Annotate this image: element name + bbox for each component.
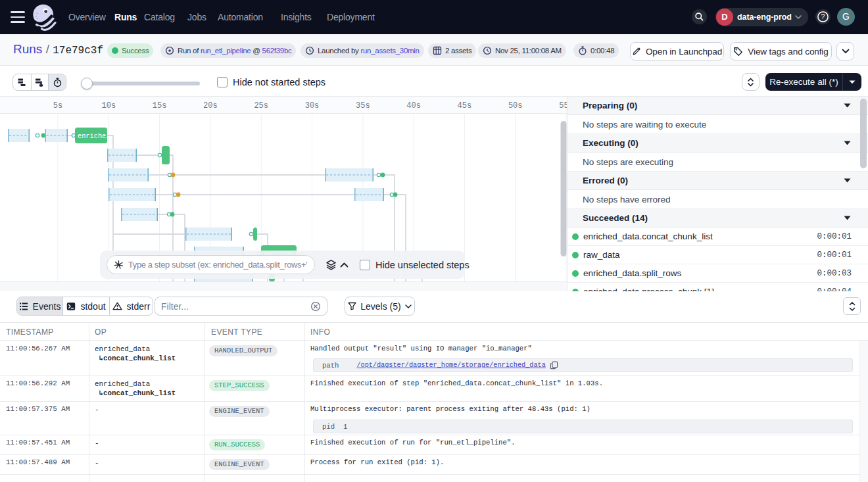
svg-text:?: ? (821, 12, 825, 20)
svg-text:35s: 35s (356, 101, 370, 110)
svg-text:20s: 20s (203, 101, 218, 110)
svg-text:40s: 40s (406, 101, 421, 110)
svg-text:30s: 30s (305, 101, 320, 110)
svg-text:15s: 15s (153, 101, 167, 110)
svg-text:enriche…: enriche… (78, 132, 110, 140)
svg-text:55s: 55s (559, 101, 567, 110)
svg-text:10s: 10s (101, 101, 116, 110)
svg-text:50s: 50s (508, 101, 523, 110)
svg-text:5s: 5s (53, 101, 62, 110)
svg-text:45s: 45s (458, 101, 472, 110)
svg-text:25s: 25s (254, 101, 268, 110)
